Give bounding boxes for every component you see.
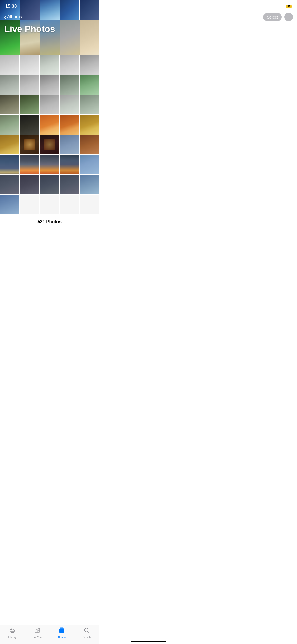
status-time: 15:30	[5, 4, 17, 9]
photo-cell[interactable]	[20, 115, 39, 134]
photo-cell-empty	[40, 195, 59, 214]
photo-cell[interactable]	[60, 95, 79, 114]
photo-cell[interactable]	[60, 75, 79, 94]
photo-cell[interactable]	[0, 55, 19, 75]
photo-cell[interactable]	[60, 55, 79, 75]
photo-cell[interactable]	[0, 175, 19, 194]
photo-cell[interactable]	[80, 75, 99, 94]
photo-cell[interactable]	[80, 115, 99, 134]
photo-cell[interactable]	[20, 95, 39, 114]
photo-cell[interactable]	[80, 95, 99, 114]
photo-cell[interactable]	[0, 135, 19, 154]
photo-cell[interactable]	[20, 175, 39, 194]
photo-cell[interactable]	[40, 55, 59, 75]
photo-cell[interactable]	[40, 115, 59, 134]
photo-cell[interactable]	[40, 175, 59, 194]
photo-cell[interactable]	[0, 95, 19, 114]
back-button[interactable]: ‹ Albums	[4, 14, 22, 20]
album-title-bar: Live Photos	[4, 24, 55, 34]
photo-cell[interactable]	[0, 155, 19, 174]
photo-cell-empty	[60, 195, 79, 214]
photo-cell-empty	[20, 195, 39, 214]
photo-cell[interactable]	[80, 155, 99, 174]
photo-grid-scroll[interactable]: 521 Photos	[0, 0, 99, 258]
photo-cell[interactable]	[0, 75, 19, 94]
photo-cell[interactable]	[60, 135, 79, 154]
status-bar: 15:30 25	[0, 0, 99, 11]
photo-cell[interactable]	[20, 155, 39, 174]
photo-cell[interactable]	[60, 115, 79, 134]
photo-cell[interactable]	[80, 20, 99, 55]
photo-cell[interactable]	[40, 135, 59, 154]
photo-cell[interactable]	[20, 75, 39, 94]
photo-cell[interactable]	[60, 175, 79, 194]
photo-cell[interactable]	[40, 155, 59, 174]
photo-cell-empty	[80, 195, 99, 214]
photo-cell[interactable]	[40, 75, 59, 94]
album-title: Live Photos	[4, 24, 55, 34]
photo-cell[interactable]	[80, 55, 99, 75]
photo-cell[interactable]	[80, 175, 99, 194]
photo-cell[interactable]	[60, 155, 79, 174]
back-label: Albums	[7, 14, 22, 20]
photo-count: 521 Photos	[37, 219, 62, 224]
photo-cell[interactable]	[20, 135, 39, 154]
photo-count-section: 521 Photos	[0, 214, 99, 229]
photo-cell[interactable]	[20, 55, 39, 75]
back-chevron-icon: ‹	[4, 14, 6, 20]
photo-cell[interactable]	[80, 135, 99, 154]
photo-cell[interactable]	[0, 115, 19, 134]
photo-cell[interactable]	[40, 95, 59, 114]
photo-cell[interactable]	[0, 195, 19, 214]
